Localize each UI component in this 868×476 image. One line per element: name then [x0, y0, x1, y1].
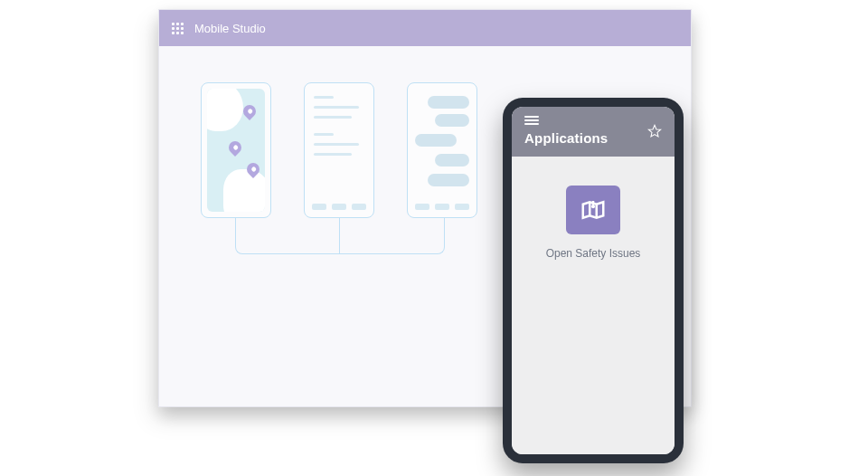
flow-connector — [340, 218, 445, 254]
wireframe-chat-screen[interactable] — [407, 82, 477, 218]
svg-marker-0 — [648, 125, 660, 137]
wireframe-form-screen[interactable] — [304, 82, 374, 218]
app-grid-icon[interactable] — [172, 23, 184, 34]
chat-bubble — [415, 134, 457, 147]
app-tile-label: Open Safety Issues — [546, 247, 641, 260]
window-header: Mobile Studio — [159, 10, 691, 46]
wireframe-map-screen[interactable] — [201, 82, 271, 218]
phone-header: Applications — [512, 107, 675, 157]
window-title: Mobile Studio — [194, 22, 266, 35]
map-pin-icon — [580, 196, 607, 224]
phone-device-frame: Applications Open Safety Issues — [503, 98, 684, 463]
chat-input — [415, 204, 469, 210]
form-buttons — [312, 204, 366, 210]
map-pin-icon — [241, 102, 259, 120]
star-outline-icon[interactable] — [647, 124, 662, 138]
map-preview — [207, 89, 265, 212]
chat-bubble — [428, 96, 469, 109]
chat-bubble — [428, 174, 469, 186]
phone-title: Applications — [524, 130, 608, 146]
phone-body: Open Safety Issues — [512, 157, 675, 454]
map-pin-icon — [226, 138, 244, 157]
phone-screen: Applications Open Safety Issues — [512, 107, 675, 454]
form-lines — [305, 83, 373, 176]
flow-connector — [235, 218, 340, 254]
chat-bubble — [435, 154, 469, 167]
hamburger-icon[interactable] — [524, 116, 539, 125]
app-tile-open-safety-issues[interactable] — [566, 186, 620, 234]
chat-bubble — [435, 114, 469, 127]
